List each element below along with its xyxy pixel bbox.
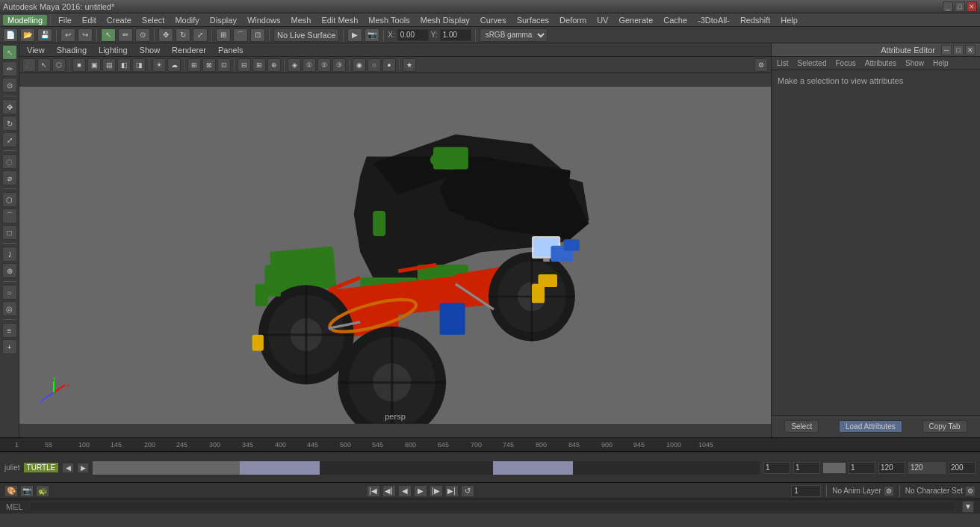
poly-tool-btn[interactable]: ⬡ — [2, 192, 17, 207]
menu-uv[interactable]: UV — [592, 15, 612, 25]
menu-windows[interactable]: Windows — [243, 15, 285, 25]
attr-tab-selected[interactable]: Selected — [796, 58, 829, 68]
go-to-end-btn[interactable]: ▶| — [445, 485, 459, 497]
save-btn[interactable]: 💾 — [37, 28, 52, 42]
vp-display2-btn[interactable]: ⊠ — [202, 58, 216, 72]
paint-btn[interactable]: ✏ — [118, 28, 133, 42]
vp-shade1-btn[interactable]: ■ — [72, 58, 86, 72]
snap-point-btn[interactable]: ⊡ — [250, 28, 265, 42]
menu-display[interactable]: Display — [205, 15, 241, 25]
step-forward-btn[interactable]: |▶ — [429, 485, 443, 497]
surface-tool-btn[interactable]: □ — [2, 225, 17, 240]
snap-curve-btn[interactable]: ⌒ — [233, 28, 248, 42]
attr-tab-focus[interactable]: Focus — [833, 58, 858, 68]
curve-tool-btn[interactable]: ⌒ — [2, 209, 17, 224]
anim-layer-settings-btn[interactable]: ⚙ — [884, 486, 894, 496]
menu-mesh[interactable]: Mesh — [287, 15, 316, 25]
attr-tab-attributes[interactable]: Attributes — [863, 58, 899, 68]
anim-prev-key-btn[interactable]: ◀ — [62, 463, 74, 473]
sculpt-btn[interactable]: ⌀ — [2, 170, 17, 185]
char-set-settings-btn[interactable]: ⚙ — [965, 486, 976, 496]
close-button[interactable]: ✕ — [967, 1, 977, 12]
step-back-btn[interactable]: ◀| — [382, 485, 396, 497]
vp-light2-btn[interactable]: ☁ — [167, 58, 181, 72]
vp-select-btn[interactable]: ↖ — [37, 58, 51, 72]
vp-renderer-menu[interactable]: Renderer — [167, 45, 211, 55]
vp-fx1-btn[interactable]: ◉ — [353, 58, 366, 72]
attr-panel-close[interactable]: ✕ — [965, 45, 976, 55]
x-field[interactable] — [397, 29, 429, 41]
total-end-field[interactable] — [949, 462, 976, 474]
timeline-ruler[interactable]: 1 55 100 145 200 245 300 345 400 445 500… — [0, 438, 980, 452]
snap-grid-btn[interactable]: ⊞ — [216, 28, 231, 42]
vp-shade5-btn[interactable]: ◨ — [132, 58, 146, 72]
menu-3dto-all[interactable]: -3DtoAll- — [693, 15, 734, 25]
lasso-btn[interactable]: ⊙ — [135, 28, 150, 42]
attr-btn[interactable]: ≡ — [2, 323, 17, 338]
vp-fx2-btn[interactable]: ○ — [368, 58, 381, 72]
lasso-select-btn[interactable]: ⊙ — [2, 78, 17, 93]
paint-select-btn[interactable]: ✏ — [2, 61, 17, 76]
attr-tab-list[interactable]: List — [775, 58, 791, 68]
vp-orn-btn[interactable]: ⊕ — [267, 58, 281, 72]
render-settings-btn[interactable]: 🎨 — [4, 485, 18, 497]
joint-btn[interactable]: ○ — [2, 285, 17, 300]
menu-mesh-display[interactable]: Mesh Display — [416, 15, 474, 25]
viewport-area[interactable]: X Y Z persp — [19, 73, 771, 437]
loop-btn[interactable]: ↺ — [461, 485, 474, 497]
vp-res1-btn[interactable]: ① — [303, 58, 316, 72]
vp-display1-btn[interactable]: ⊞ — [187, 58, 201, 72]
copy-tab-button[interactable]: Copy Tab — [922, 420, 967, 433]
attr-tab-help[interactable]: Help — [931, 58, 951, 68]
range-end-field[interactable] — [878, 462, 905, 474]
range-start-field[interactable] — [763, 462, 790, 474]
vp-shade3-btn[interactable]: ▤ — [102, 58, 116, 72]
render-btn[interactable]: ▶ — [347, 28, 362, 42]
rotate-tool-btn[interactable]: ↻ — [2, 116, 17, 131]
select-attr-button[interactable]: Select — [784, 420, 819, 433]
end-frame-field[interactable] — [908, 462, 946, 474]
vp-show-menu[interactable]: Show — [135, 45, 165, 55]
select-tool-btn[interactable]: ↖ — [101, 28, 116, 42]
ipr-btn[interactable]: 📷 — [365, 28, 379, 42]
camera2-btn[interactable]: 📷 — [20, 485, 34, 497]
maximize-button[interactable]: □ — [955, 1, 965, 12]
vp-shading-menu[interactable]: Shading — [52, 45, 91, 55]
rotate-btn[interactable]: ↻ — [176, 28, 190, 42]
menu-surfaces[interactable]: Surfaces — [512, 15, 553, 25]
menu-file[interactable]: File — [54, 15, 76, 25]
minimize-button[interactable]: _ — [943, 1, 953, 12]
menu-cache[interactable]: Cache — [659, 15, 692, 25]
vp-bookmark-btn[interactable]: ★ — [403, 58, 416, 72]
vp-wireframe-btn[interactable]: ⬡ — [52, 58, 66, 72]
menu-mesh-tools[interactable]: Mesh Tools — [364, 15, 414, 25]
move-btn[interactable]: ✥ — [158, 28, 173, 42]
anim-next-key-btn[interactable]: ▶ — [77, 463, 89, 473]
vp-view-menu[interactable]: View — [22, 45, 49, 55]
attr-tab-show[interactable]: Show — [903, 58, 926, 68]
vp-grid-btn[interactable]: ⊟ — [238, 58, 251, 72]
vp-iso-btn[interactable]: ◈ — [288, 58, 301, 72]
skin-btn[interactable]: ◎ — [2, 301, 17, 316]
menu-edit[interactable]: Edit — [78, 15, 101, 25]
scale-btn[interactable]: ⤢ — [193, 28, 208, 42]
y-field[interactable] — [440, 29, 471, 41]
timeline-track-bar[interactable] — [92, 460, 760, 475]
menu-select[interactable]: Select — [137, 15, 170, 25]
vp-panels-menu[interactable]: Panels — [214, 45, 248, 55]
move-tool-btn[interactable]: ✥ — [2, 99, 17, 114]
vp-hud-btn[interactable]: ⊞ — [252, 58, 266, 72]
menu-generate[interactable]: Generate — [614, 15, 657, 25]
menu-deform[interactable]: Deform — [555, 15, 591, 25]
vp-shade4-btn[interactable]: ◧ — [117, 58, 131, 72]
play-back-btn[interactable]: ◀ — [398, 485, 412, 497]
command-input[interactable] — [29, 502, 956, 512]
redo-btn[interactable]: ↪ — [78, 28, 93, 42]
vp-res2-btn[interactable]: ② — [317, 58, 331, 72]
scale-tool-btn[interactable]: ⤢ — [2, 132, 17, 147]
menu-edit-mesh[interactable]: Edit Mesh — [317, 15, 362, 25]
menu-modelling[interactable]: Modelling — [3, 15, 47, 25]
menu-modify[interactable]: Modify — [170, 15, 203, 25]
soft-mod-btn[interactable]: ◌ — [2, 154, 17, 169]
play-forward-btn[interactable]: ▶ — [414, 485, 427, 497]
